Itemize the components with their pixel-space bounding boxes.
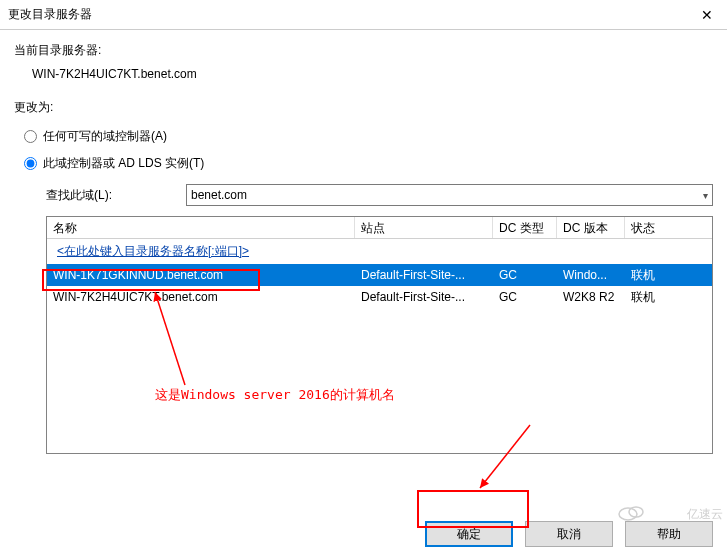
cell-status: 联机 — [625, 267, 712, 284]
radio-any-writable-dc[interactable]: 任何可写的域控制器(A) — [24, 128, 713, 145]
table-row[interactable]: WIN-7K2H4UIC7KT.benet.comDefault-First-S… — [47, 286, 712, 308]
cell-name: WIN-7K2H4UIC7KT.benet.com — [47, 290, 355, 304]
cell-status: 联机 — [625, 289, 712, 306]
radio-any-label: 任何可写的域控制器(A) — [43, 128, 167, 145]
titlebar: 更改目录服务器 ✕ — [0, 0, 727, 30]
cancel-button[interactable]: 取消 — [525, 521, 613, 547]
cell-dcver: Windo... — [557, 268, 625, 282]
dc-table: 名称 站点 DC 类型 DC 版本 状态 <在此处键入目录服务器名称[:端口]>… — [46, 216, 713, 454]
radio-group: 任何可写的域控制器(A) 此域控制器或 AD LDS 实例(T) — [14, 128, 713, 172]
cell-site: Default-First-Site-... — [355, 268, 493, 282]
cell-dctype: GC — [493, 268, 557, 282]
cell-dctype: GC — [493, 290, 557, 304]
col-header-status[interactable]: 状态 — [625, 217, 661, 238]
chevron-down-icon: ▾ — [703, 190, 708, 201]
col-header-name[interactable]: 名称 — [47, 217, 355, 238]
col-header-dcver[interactable]: DC 版本 — [557, 217, 625, 238]
svg-point-2 — [619, 508, 637, 520]
table-rows: WIN-1K71GKINNUD.benet.comDefault-First-S… — [47, 264, 712, 308]
current-server-label: 当前目录服务器: — [14, 42, 713, 59]
table-row[interactable]: WIN-1K71GKINNUD.benet.comDefault-First-S… — [47, 264, 712, 286]
ok-button[interactable]: 确定 — [425, 521, 513, 547]
watermark-text: 亿速云 — [687, 507, 723, 521]
lookup-domain-label: 查找此域(L): — [46, 187, 186, 204]
col-header-dctype[interactable]: DC 类型 — [493, 217, 557, 238]
watermark: 亿速云 — [614, 502, 723, 529]
radio-any-input[interactable] — [24, 130, 37, 143]
col-header-site[interactable]: 站点 — [355, 217, 493, 238]
cloud-icon — [614, 502, 684, 524]
change-to-label: 更改为: — [14, 99, 713, 116]
lookup-domain-value: benet.com — [191, 188, 247, 202]
radio-this-input[interactable] — [24, 157, 37, 170]
radio-this-dc-or-lds[interactable]: 此域控制器或 AD LDS 实例(T) — [24, 155, 713, 172]
type-server-hint-link[interactable]: <在此处键入目录服务器名称[:端口]> — [57, 244, 249, 258]
radio-this-label: 此域控制器或 AD LDS 实例(T) — [43, 155, 204, 172]
lookup-domain-combobox[interactable]: benet.com ▾ — [186, 184, 713, 206]
lookup-row: 查找此域(L): benet.com ▾ — [14, 184, 713, 206]
table-header: 名称 站点 DC 类型 DC 版本 状态 — [47, 217, 712, 239]
close-icon[interactable]: ✕ — [687, 0, 727, 30]
cell-dcver: W2K8 R2 — [557, 290, 625, 304]
dialog-body: 当前目录服务器: WIN-7K2H4UIC7KT.benet.com 更改为: … — [0, 30, 727, 454]
cell-name: WIN-1K71GKINNUD.benet.com — [47, 268, 355, 282]
cell-site: Default-First-Site-... — [355, 290, 493, 304]
window-title: 更改目录服务器 — [8, 6, 687, 23]
current-server-value: WIN-7K2H4UIC7KT.benet.com — [14, 67, 713, 81]
type-server-hint[interactable]: <在此处键入目录服务器名称[:端口]> — [47, 239, 712, 264]
